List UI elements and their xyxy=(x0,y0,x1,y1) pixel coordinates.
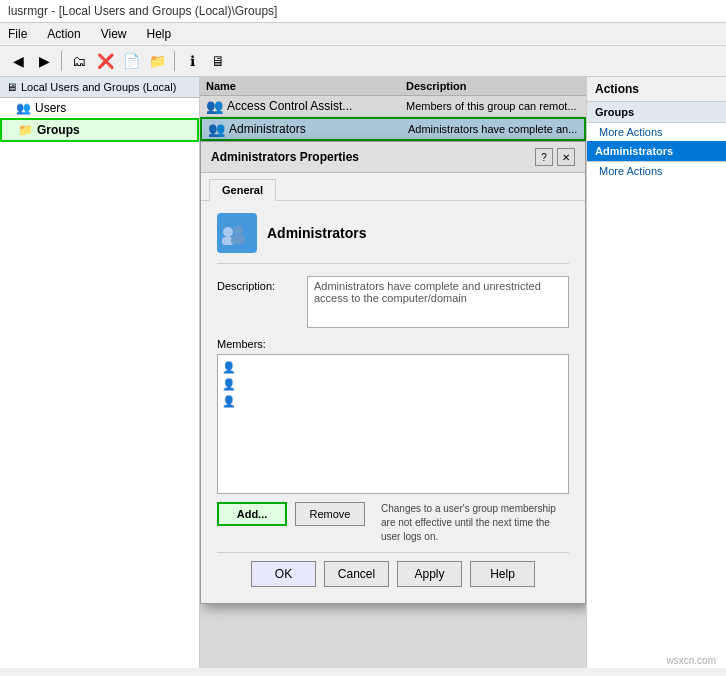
svg-rect-2 xyxy=(233,225,243,235)
dialog-action-row: Add... Remove Changes to a user's group … xyxy=(217,502,569,544)
menu-bar: File Action View Help xyxy=(0,23,726,46)
dialog-overlay: Administrators Properties ? ✕ General xyxy=(200,77,586,668)
svg-rect-0 xyxy=(223,227,233,237)
apply-button[interactable]: Apply xyxy=(397,561,462,587)
help-button[interactable]: Help xyxy=(470,561,535,587)
menu-view[interactable]: View xyxy=(97,25,131,43)
dialog-tab-bar: General xyxy=(201,173,585,201)
svg-rect-3 xyxy=(231,235,245,244)
member-item: 👤 xyxy=(222,393,564,410)
sidebar-item-users[interactable]: 👥 Users xyxy=(0,98,199,118)
cancel-button[interactable]: Cancel xyxy=(324,561,389,587)
menu-file[interactable]: File xyxy=(4,25,31,43)
computer-icon: 🖥 xyxy=(6,81,17,93)
toolbar-sep-2 xyxy=(174,51,175,71)
actions-groups-title: Groups xyxy=(587,102,726,123)
actions-header: Actions xyxy=(587,77,726,102)
dialog-bottom-row: OK Cancel Apply Help xyxy=(217,552,569,591)
members-label: Members: xyxy=(217,338,569,350)
actions-groups-more[interactable]: More Actions xyxy=(587,123,726,141)
menu-help[interactable]: Help xyxy=(143,25,176,43)
toolbar-sep-1 xyxy=(61,51,62,71)
dialog-group-name: Administrators xyxy=(267,225,367,241)
toolbar-computer[interactable]: 🖥 xyxy=(206,49,230,73)
folder-icon: 📁 xyxy=(18,123,33,137)
actions-administrators-more[interactable]: More Actions xyxy=(587,162,726,180)
actions-administrators-title: Administrators xyxy=(587,141,726,162)
content-area: Name Description 👥 Access Control Assist… xyxy=(200,77,586,668)
main-layout: 🖥 Local Users and Groups (Local) 👥 Users… xyxy=(0,77,726,668)
users-icon: 👥 xyxy=(16,101,31,115)
watermark: wsxcn.com xyxy=(667,655,716,666)
toolbar-newuser[interactable]: 📁 xyxy=(145,49,169,73)
dialog-title-controls: ? ✕ xyxy=(535,148,575,166)
dialog-title: Administrators Properties xyxy=(211,150,359,164)
dialog-title-bar: Administrators Properties ? ✕ xyxy=(201,142,585,173)
description-row: Description: Administrators have complet… xyxy=(217,276,569,328)
sidebar-item-groups[interactable]: 📁 Groups xyxy=(0,118,199,142)
member-icon-3: 👤 xyxy=(222,395,236,408)
sidebar-header: 🖥 Local Users and Groups (Local) xyxy=(0,77,199,98)
member-icon-2: 👤 xyxy=(222,378,236,391)
member-item: 👤 xyxy=(222,359,564,376)
dialog-close-btn[interactable]: ✕ xyxy=(557,148,575,166)
description-input[interactable]: Administrators have complete and unrestr… xyxy=(307,276,569,328)
title-text: lusrmgr - [Local Users and Groups (Local… xyxy=(8,4,277,18)
toolbar-back[interactable]: ◀ xyxy=(6,49,30,73)
dialog-help-btn[interactable]: ? xyxy=(535,148,553,166)
toolbar: ◀ ▶ 🗂 ❌ 📄 📁 ℹ 🖥 xyxy=(0,46,726,77)
group-icon-large xyxy=(217,213,257,253)
description-label: Description: xyxy=(217,276,307,292)
toolbar-help[interactable]: ℹ xyxy=(180,49,204,73)
tab-general[interactable]: General xyxy=(209,179,276,201)
toolbar-properties[interactable]: 📄 xyxy=(119,49,143,73)
members-hint: Changes to a user's group membership are… xyxy=(373,502,569,544)
toolbar-forward[interactable]: ▶ xyxy=(32,49,56,73)
member-item: 👤 xyxy=(222,376,564,393)
sidebar-users-label: Users xyxy=(35,101,66,115)
members-list[interactable]: 👤 👤 👤 xyxy=(217,354,569,494)
actions-panel: Actions Groups More Actions Administrato… xyxy=(586,77,726,668)
add-button[interactable]: Add... xyxy=(217,502,287,526)
member-icon-1: 👤 xyxy=(222,361,236,374)
dialog-content: Administrators Description: Administrato… xyxy=(201,201,585,603)
toolbar-delete[interactable]: ❌ xyxy=(93,49,117,73)
sidebar: 🖥 Local Users and Groups (Local) 👥 Users… xyxy=(0,77,200,668)
menu-action[interactable]: Action xyxy=(43,25,84,43)
sidebar-groups-label: Groups xyxy=(37,123,80,137)
remove-button[interactable]: Remove xyxy=(295,502,365,526)
administrators-properties-dialog: Administrators Properties ? ✕ General xyxy=(200,141,586,604)
dialog-icon-row: Administrators xyxy=(217,213,569,264)
title-bar: lusrmgr - [Local Users and Groups (Local… xyxy=(0,0,726,23)
ok-button[interactable]: OK xyxy=(251,561,316,587)
sidebar-header-text: Local Users and Groups (Local) xyxy=(21,81,176,93)
toolbar-folder[interactable]: 🗂 xyxy=(67,49,91,73)
